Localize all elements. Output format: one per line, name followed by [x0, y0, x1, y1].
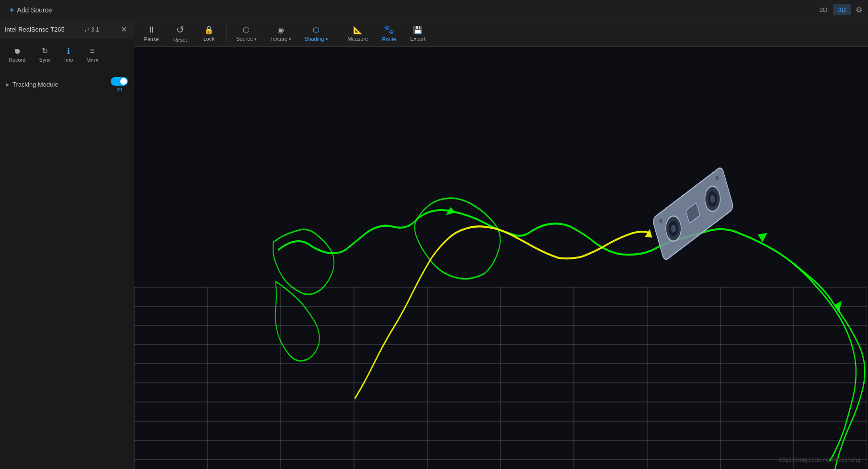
texture-label: Texture ▾ [270, 36, 291, 42]
viewport[interactable]: https://blog.csdn.net/jmaosheng [134, 47, 868, 469]
usb-version: 3.1 [91, 26, 99, 33]
more-label: More [86, 57, 98, 63]
record-icon: ⏺ [13, 47, 21, 56]
reset-icon: ↺ [176, 24, 184, 35]
sidebar-tool-more[interactable]: ≡ More [80, 43, 105, 66]
view-3d-button[interactable]: 3D [833, 4, 851, 15]
grid-floor [134, 258, 867, 469]
tracking-module-toggle[interactable] [111, 77, 128, 86]
more-icon: ≡ [90, 46, 95, 56]
plus-icon: + [10, 6, 14, 14]
toolbar-lock-button[interactable]: 🔒 Lock [195, 22, 222, 45]
add-source-label: Add Source [17, 6, 52, 14]
toolbar-reset-button[interactable]: ↺ Reset [167, 21, 194, 45]
measure-label: Measure [348, 36, 368, 42]
info-icon: ℹ [67, 46, 70, 56]
sidebar: Intel RealSense T265 ⇄ 3.1 ✕ ⏺ Record ↻ … [0, 20, 134, 469]
sidebar-tools: ⏺ Record ↻ Sync ℹ Info ≡ More [0, 39, 134, 70]
right-panel: ⏸ Pause ↺ Reset 🔒 Lock ⬡ Source ▾ ◉ Text… [134, 20, 868, 469]
record-label: Record [9, 57, 25, 63]
toolbar-texture-button[interactable]: ◉ Texture ▾ [264, 22, 297, 45]
sidebar-content: ▶ Tracking Module on [0, 70, 134, 469]
view-mode-switcher: 2D 3D ⚙ [815, 4, 862, 15]
toolbar-pause-button[interactable]: ⏸ Pause [138, 22, 165, 45]
main-layout: Intel RealSense T265 ⇄ 3.1 ✕ ⏺ Record ↻ … [0, 20, 868, 469]
usb-info: ⇄ 3.1 [84, 26, 99, 33]
toolbar-divider-2 [338, 25, 338, 42]
export-label: Export [410, 36, 425, 42]
chevron-right-icon: ▶ [6, 82, 10, 87]
measure-icon: 📐 [353, 25, 363, 34]
pause-label: Pause [144, 36, 159, 42]
sync-label: Sync [39, 57, 50, 63]
toolbar-divider-1 [226, 25, 227, 42]
toolbar-export-button[interactable]: 💾 Export [404, 22, 431, 45]
toolbar: ⏸ Pause ↺ Reset 🔒 Lock ⬡ Source ▾ ◉ Text… [134, 20, 868, 47]
toggle-container: on [111, 77, 128, 92]
device-name-label: Intel RealSense T265 [5, 26, 65, 33]
view-2d-button[interactable]: 2D [815, 4, 833, 15]
svg-marker-1 [758, 233, 767, 243]
reset-label: Reset [173, 37, 187, 43]
top-bar: + Add Source 2D 3D ⚙ [0, 0, 868, 20]
toolbar-source-button[interactable]: ⬡ Source ▾ [230, 22, 263, 45]
sidebar-tool-record[interactable]: ⏺ Record [2, 44, 32, 66]
camera-device [652, 166, 734, 261]
toolbar-measure-button[interactable]: 📐 Measure [342, 22, 374, 45]
shading-icon: ⬡ [313, 25, 320, 34]
route-icon: 🐾 [384, 24, 394, 35]
sidebar-tool-sync[interactable]: ↻ Sync [32, 44, 57, 66]
toolbar-shading-button[interactable]: ⬡ Shading ▾ [299, 22, 333, 45]
route-label: Route [382, 36, 396, 42]
toolbar-route-button[interactable]: 🐾 Route [376, 22, 402, 45]
toggle-state-label: on [111, 87, 128, 92]
pause-icon: ⏸ [147, 25, 156, 35]
texture-icon: ◉ [277, 25, 284, 34]
sync-icon: ↻ [42, 46, 48, 56]
source-label: Source ▾ [236, 36, 257, 42]
settings-icon[interactable]: ⚙ [856, 5, 862, 14]
shading-label: Shading ▾ [305, 36, 328, 42]
usb-icon: ⇄ [84, 26, 89, 33]
sidebar-tool-info[interactable]: ℹ Info [57, 44, 80, 66]
lock-label: Lock [203, 36, 214, 42]
source-icon: ⬡ [243, 25, 250, 34]
export-icon: 💾 [413, 25, 423, 34]
device-header: Intel RealSense T265 ⇄ 3.1 ✕ [0, 20, 134, 39]
watermark-text: https://blog.csdn.net/jmaosheng [779, 457, 860, 463]
tracking-module-label: Tracking Module [12, 81, 58, 88]
lock-icon: 🔒 [204, 25, 214, 34]
svg-marker-3 [645, 229, 652, 238]
info-label: Info [64, 57, 73, 63]
tracking-module-row[interactable]: ▶ Tracking Module on [4, 74, 130, 95]
add-source-button[interactable]: + Add Source [6, 4, 56, 16]
close-device-button[interactable]: ✕ [119, 24, 129, 35]
module-left: ▶ Tracking Module [6, 81, 58, 88]
